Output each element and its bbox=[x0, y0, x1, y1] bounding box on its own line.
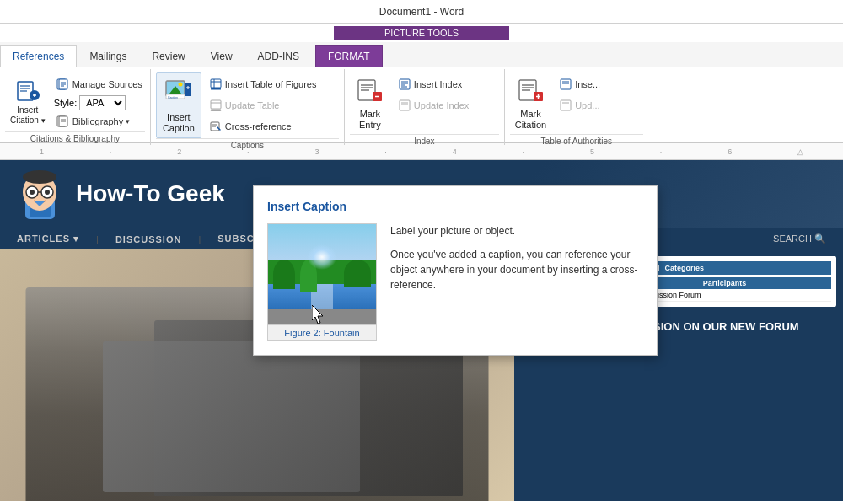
manage-sources-icon bbox=[56, 78, 70, 91]
ruler-content: 1 · 2 · 3 · 4 · 5 · 6 △ bbox=[7, 147, 836, 156]
tooltip-popup: Insert Caption bbox=[253, 185, 658, 356]
update-toa-button[interactable]: Upd... bbox=[556, 97, 603, 114]
ribbon: Insert Citation ▾ Manage Sources bbox=[0, 67, 843, 143]
tab-addins[interactable]: ADD-INS bbox=[245, 45, 312, 67]
style-label: Style: bbox=[54, 98, 78, 108]
insert-citation-label-line1: Insert bbox=[17, 105, 38, 115]
nav-discussion[interactable]: DISCUSSION bbox=[115, 234, 181, 244]
index-group: MarkEntry Insert Index bbox=[345, 69, 505, 145]
toa-group-label: Table of Authorities bbox=[510, 134, 643, 146]
insert-citation-button[interactable]: Insert Citation ▾ bbox=[5, 72, 51, 129]
tooltip-image: Figure 2: Fountain bbox=[267, 223, 377, 341]
document-area: How-To Geek ARTICLES ▾ | DISCUSSION | SU… bbox=[0, 160, 843, 504]
tab-mailings[interactable]: Mailings bbox=[77, 45, 139, 67]
update-toa-label: Upd... bbox=[575, 100, 599, 110]
insert-index-label: Insert Index bbox=[414, 79, 462, 89]
tooltip-title: Insert Caption bbox=[267, 200, 643, 213]
tab-format[interactable]: FORMAT bbox=[315, 45, 383, 67]
citations-group-label: Citations & Bibliography bbox=[5, 131, 145, 143]
insert-caption-button[interactable]: Caption InsertCaption bbox=[156, 72, 201, 138]
insert-index-button[interactable]: Insert Index bbox=[395, 76, 471, 93]
mark-citation-button[interactable]: MarkCitation bbox=[510, 72, 551, 134]
mark-entry-button[interactable]: MarkEntry bbox=[350, 72, 390, 134]
update-table-button[interactable]: Update Table bbox=[207, 97, 319, 114]
cross-reference-label: Cross-reference bbox=[225, 121, 292, 131]
insert-table-figures-label: Insert Table of Figures bbox=[225, 79, 317, 89]
svg-rect-29 bbox=[211, 100, 221, 109]
toa-group: MarkCitation Inse... Up bbox=[505, 69, 648, 145]
tab-references[interactable]: References bbox=[0, 45, 77, 67]
update-toa-icon bbox=[559, 99, 572, 112]
mark-entry-label: MarkEntry bbox=[359, 109, 381, 131]
svg-rect-41 bbox=[400, 79, 410, 89]
index-group-label: Index bbox=[350, 134, 499, 146]
htg-title: How-To Geek bbox=[76, 180, 225, 207]
bibliography-label: Bibliography bbox=[72, 116, 124, 126]
manage-sources-label: Manage Sources bbox=[72, 79, 142, 89]
svg-rect-59 bbox=[561, 100, 571, 110]
svg-text:Caption: Caption bbox=[168, 96, 178, 99]
update-index-button[interactable]: Update Index bbox=[395, 97, 471, 114]
nav-articles[interactable]: ARTICLES ▾ bbox=[17, 233, 79, 244]
fountain-photo bbox=[268, 224, 376, 324]
tooltip-description: Label your picture or object. Once you'v… bbox=[390, 223, 643, 341]
insert-caption-icon: Caption bbox=[162, 77, 196, 110]
svg-point-64 bbox=[23, 170, 56, 184]
picture-tools-bar: PICTURE TOOLS bbox=[0, 24, 843, 42]
geek-mascot bbox=[17, 169, 63, 219]
insert-caption-label: InsertCaption bbox=[163, 112, 195, 134]
svg-point-19 bbox=[178, 83, 182, 87]
cross-reference-button[interactable]: Cross-reference bbox=[207, 118, 319, 135]
update-table-label: Update Table bbox=[225, 100, 280, 110]
col-participants: Participants bbox=[700, 277, 831, 289]
title-bar-text: Document1 - Word bbox=[8, 6, 835, 18]
tab-bar: References Mailings Review View ADD-INS … bbox=[0, 42, 843, 67]
style-row: Style: APA MLA Chicago bbox=[54, 95, 145, 110]
tooltip-body: Figure 2: Fountain Label your picture or… bbox=[267, 223, 643, 341]
nav-search[interactable]: SEARCH 🔍 bbox=[773, 233, 826, 244]
svg-rect-56 bbox=[561, 79, 571, 89]
tab-review[interactable]: Review bbox=[139, 45, 197, 67]
insert-toa-icon bbox=[559, 78, 572, 91]
svg-rect-21 bbox=[185, 83, 191, 96]
mark-entry-icon bbox=[355, 77, 385, 107]
svg-rect-31 bbox=[211, 110, 221, 111]
captions-group-label: Captions bbox=[156, 138, 339, 150]
mark-citation-label: MarkCitation bbox=[515, 109, 546, 131]
insert-citation-label-line2: Citation ▾ bbox=[10, 115, 46, 125]
svg-rect-46 bbox=[400, 100, 410, 110]
svg-rect-25 bbox=[211, 79, 221, 88]
picture-tools-label: PICTURE TOOLS bbox=[334, 26, 509, 40]
title-bar: Document1 - Word bbox=[0, 0, 843, 24]
mark-citation-icon bbox=[516, 77, 546, 107]
svg-rect-28 bbox=[211, 88, 221, 90]
insert-toa-button[interactable]: Inse... bbox=[556, 76, 603, 93]
svg-point-68 bbox=[30, 190, 35, 195]
tab-view[interactable]: View bbox=[198, 45, 245, 67]
insert-table-of-figures-button[interactable]: Insert Table of Figures bbox=[207, 76, 319, 93]
tooltip-desc1: Label your picture or object. bbox=[390, 223, 643, 239]
insert-toa-label: Inse... bbox=[575, 79, 600, 89]
captions-group: Caption InsertCaption Insert Table of Fi… bbox=[151, 69, 345, 145]
insert-index-icon bbox=[398, 78, 411, 91]
citations-group: Insert Citation ▾ Manage Sources bbox=[0, 69, 151, 145]
bibliography-dropdown: ▾ bbox=[126, 117, 130, 126]
update-table-icon bbox=[209, 99, 223, 112]
update-index-icon bbox=[398, 99, 411, 112]
bibliography-icon bbox=[56, 115, 70, 128]
bibliography-button[interactable]: Bibliography ▾ bbox=[54, 113, 145, 130]
svg-point-69 bbox=[45, 190, 50, 195]
tooltip-image-caption: Figure 2: Fountain bbox=[268, 324, 376, 340]
update-index-label: Update Index bbox=[414, 100, 469, 110]
style-select[interactable]: APA MLA Chicago bbox=[79, 95, 126, 110]
tooltip-desc2: Once you've added a caption, you can ref… bbox=[390, 247, 643, 292]
manage-sources-button[interactable]: Manage Sources bbox=[54, 76, 145, 93]
insert-citation-icon bbox=[14, 77, 41, 104]
insert-table-figures-icon bbox=[209, 78, 223, 91]
cross-reference-icon bbox=[209, 120, 223, 133]
